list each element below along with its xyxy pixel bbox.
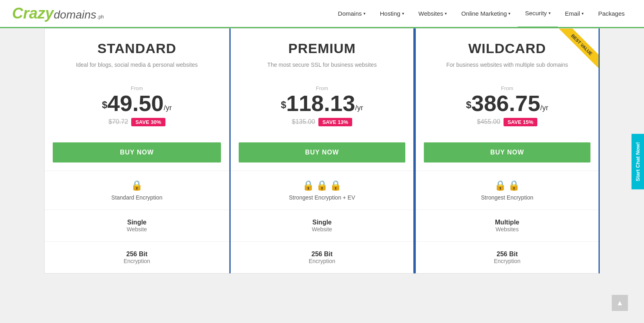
price-row-premium: $135.00 SAVE 13% bbox=[239, 118, 405, 126]
feature-sub-standard-2: Encryption bbox=[53, 258, 221, 264]
price-per-premium: /yr bbox=[355, 104, 363, 112]
feature-sub-wildcard-2: Encryption bbox=[424, 258, 590, 264]
nav-item-online-marketing[interactable]: Online Marketing ▾ bbox=[454, 0, 518, 28]
buy-button-standard[interactable]: BUY NOW bbox=[53, 142, 221, 163]
chevron-down-icon: ▾ bbox=[363, 11, 365, 16]
feature-sub-premium-1: Website bbox=[239, 226, 405, 232]
price-per-standard: /yr bbox=[164, 104, 172, 112]
logo-domains: domains bbox=[54, 8, 97, 21]
feature-row-premium-2: 256 BitEncryption bbox=[231, 241, 413, 273]
price-main-standard: $ 49.50 /yr bbox=[53, 92, 221, 115]
nav-item-email[interactable]: Email ▾ bbox=[558, 0, 591, 28]
price-dollar-wildcard: $ bbox=[466, 99, 471, 111]
feature-row-standard-0: 🔒Standard Encryption bbox=[45, 171, 229, 210]
feature-sub-standard-1: Website bbox=[53, 226, 221, 232]
navbar: Crazy domains .ph Domains ▾Hosting ▾Webs… bbox=[0, 0, 644, 28]
plan-name-premium: PREMIUM bbox=[239, 41, 405, 56]
nav-item-domains[interactable]: Domains ▾ bbox=[331, 0, 373, 28]
plan-desc-premium: The most secure SSL for business website… bbox=[239, 61, 405, 69]
feature-row-wildcard-0: 🔒🔒Strongest Encryption bbox=[416, 171, 599, 210]
price-original-wildcard: $455.00 bbox=[477, 118, 500, 125]
price-dollar-premium: $ bbox=[281, 99, 286, 111]
lock-icon: 🔒 bbox=[508, 180, 520, 191]
plan-pricing-wildcard: From $ 386.75 /yr $455.00 SAVE 15% bbox=[416, 77, 599, 134]
price-row-wildcard: $455.00 SAVE 15% bbox=[424, 118, 590, 126]
scroll-top-button[interactable]: ▲ bbox=[612, 295, 628, 311]
lock-icon: 🔒 bbox=[302, 180, 314, 191]
buy-button-premium[interactable]: BUY NOW bbox=[239, 142, 405, 163]
plan-card-wildcard: WILDCARD For business websites with mult… bbox=[415, 28, 600, 274]
feature-row-premium-1: SingleWebsite bbox=[231, 210, 413, 241]
price-amount-wildcard: 386.75 bbox=[471, 92, 540, 115]
price-per-wildcard: /yr bbox=[540, 104, 548, 112]
chevron-down-icon: ▾ bbox=[445, 11, 447, 16]
lock-icon: 🔒 bbox=[316, 180, 328, 191]
best-value-ribbon bbox=[550, 29, 599, 77]
price-amount-standard: 49.50 bbox=[107, 92, 164, 115]
plan-pricing-premium: From $ 118.13 /yr $135.00 SAVE 13% bbox=[231, 77, 413, 134]
feature-bold-premium-1: Single bbox=[239, 219, 405, 226]
feature-bold-wildcard-1: Multiple bbox=[424, 219, 590, 226]
chevron-down-icon: ▾ bbox=[549, 11, 551, 15]
feature-row-standard-2: 256 BitEncryption bbox=[45, 241, 229, 273]
save-badge-premium: SAVE 13% bbox=[318, 118, 352, 126]
lock-icon: 🔒 bbox=[131, 180, 143, 191]
feature-row-premium-0: 🔒🔒🔒Strongest Encryption + EV bbox=[231, 171, 413, 210]
chat-button[interactable]: Start Chat Now! bbox=[632, 134, 644, 189]
logo-crazy: Crazy bbox=[12, 5, 54, 22]
logo[interactable]: Crazy domains .ph bbox=[12, 5, 104, 22]
nav-item-hosting[interactable]: Hosting ▾ bbox=[373, 0, 411, 28]
lock-icons-wildcard: 🔒🔒 bbox=[424, 180, 590, 191]
plan-desc-standard: Ideal for blogs, social media & personal… bbox=[53, 61, 221, 69]
chevron-down-icon: ▾ bbox=[508, 11, 510, 16]
logo-ph: .ph bbox=[97, 14, 104, 20]
plan-header-premium: PREMIUM The most secure SSL for business… bbox=[231, 29, 413, 77]
lock-icons-premium: 🔒🔒🔒 bbox=[239, 180, 405, 191]
feature-sub-wildcard-1: Websites bbox=[424, 226, 590, 232]
nav-links: Domains ▾Hosting ▾Websites ▾Online Marke… bbox=[331, 0, 632, 28]
price-main-premium: $ 118.13 /yr bbox=[239, 92, 405, 115]
chevron-down-icon: ▾ bbox=[402, 11, 404, 16]
price-amount-premium: 118.13 bbox=[286, 92, 355, 115]
feature-bold-standard-1: Single bbox=[53, 219, 221, 226]
plan-name-standard: STANDARD bbox=[53, 41, 221, 56]
lock-icons-standard: 🔒 bbox=[53, 180, 221, 191]
price-original-premium: $135.00 bbox=[292, 118, 315, 125]
encryption-label-standard: Standard Encryption bbox=[53, 194, 221, 201]
nav-item-websites[interactable]: Websites ▾ bbox=[411, 0, 454, 28]
buy-button-wildcard[interactable]: BUY NOW bbox=[424, 142, 590, 163]
encryption-label-wildcard: Strongest Encryption bbox=[424, 194, 590, 201]
lock-icon: 🔒 bbox=[330, 180, 342, 191]
price-original-standard: $70.72 bbox=[108, 118, 128, 125]
feature-sub-premium-2: Encryption bbox=[239, 258, 405, 264]
chevron-down-icon: ▾ bbox=[582, 11, 584, 16]
feature-row-wildcard-1: MultipleWebsites bbox=[416, 210, 599, 241]
price-row-standard: $70.72 SAVE 30% bbox=[53, 118, 221, 126]
feature-bold-wildcard-2: 256 Bit bbox=[424, 251, 590, 258]
nav-item-packages[interactable]: Packages bbox=[591, 0, 632, 28]
price-dollar-standard: $ bbox=[102, 99, 107, 111]
save-badge-standard: SAVE 30% bbox=[131, 118, 165, 126]
feature-bold-premium-2: 256 Bit bbox=[239, 251, 405, 258]
encryption-label-premium: Strongest Encryption + EV bbox=[239, 194, 405, 201]
price-main-wildcard: $ 386.75 /yr bbox=[424, 92, 590, 115]
feature-bold-standard-2: 256 Bit bbox=[53, 251, 221, 258]
feature-row-wildcard-2: 256 BitEncryption bbox=[416, 241, 599, 273]
plan-card-standard: STANDARD Ideal for blogs, social media &… bbox=[44, 28, 229, 274]
plan-header-standard: STANDARD Ideal for blogs, social media &… bbox=[45, 29, 229, 77]
plan-card-premium: PREMIUM The most secure SSL for business… bbox=[229, 28, 415, 274]
save-badge-wildcard: SAVE 15% bbox=[504, 118, 537, 126]
lock-icon: 🔒 bbox=[494, 180, 506, 191]
plan-pricing-standard: From $ 49.50 /yr $70.72 SAVE 30% bbox=[45, 77, 229, 134]
nav-item-security[interactable]: Security ▾ bbox=[518, 0, 557, 28]
pricing-grid: STANDARD Ideal for blogs, social media &… bbox=[44, 28, 600, 274]
main-content: STANDARD Ideal for blogs, social media &… bbox=[0, 28, 644, 323]
feature-row-standard-1: SingleWebsite bbox=[45, 210, 229, 241]
